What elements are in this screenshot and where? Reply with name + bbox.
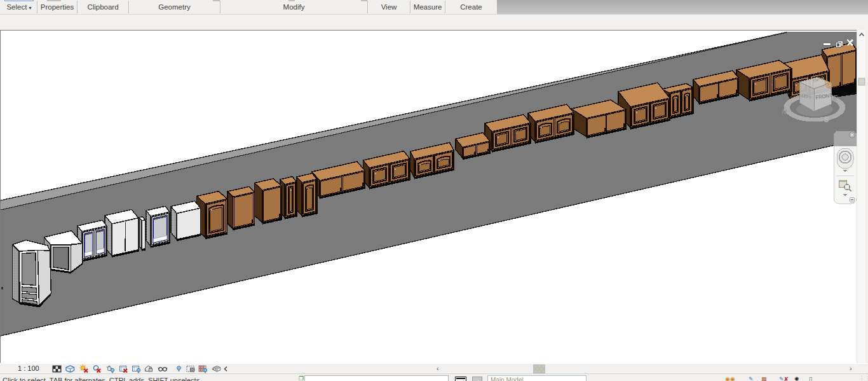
svg-text:E: E [833, 95, 837, 102]
svg-text:N: N [782, 108, 787, 116]
svg-text:‹: ‹ [212, 364, 214, 372]
svg-text:S: S [824, 116, 829, 123]
